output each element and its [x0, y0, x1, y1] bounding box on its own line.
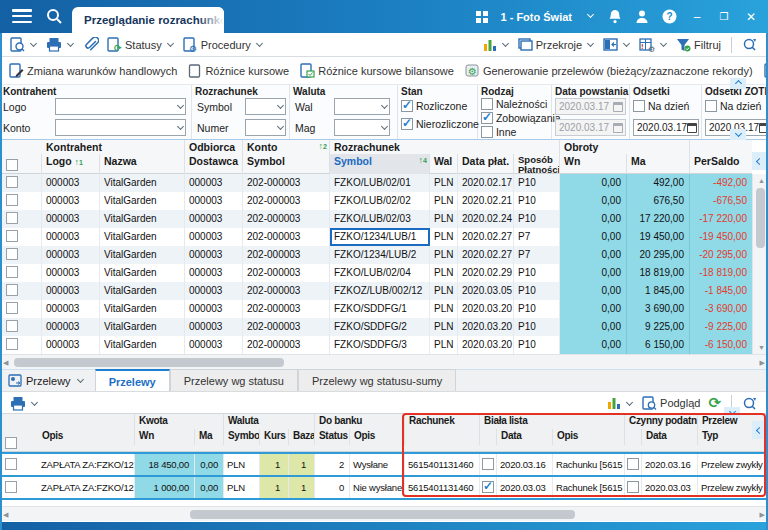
panel-chart-button[interactable] — [605, 394, 636, 412]
tab-przelewy-wg-statusu-sumy[interactable]: Przelewy wg statusu-sumy — [298, 369, 456, 391]
refresh-button[interactable]: ⟳ — [706, 392, 723, 414]
cell-konto[interactable]: 202-000003 — [243, 318, 330, 336]
col-kurs[interactable]: Kurs — [260, 429, 289, 445]
cell-odbiorca[interactable]: 000003 — [185, 174, 243, 192]
cell-ma[interactable]: 492,00 — [627, 174, 690, 192]
cell-logo[interactable]: 000003 — [42, 336, 100, 354]
cell-wal[interactable]: PLN — [430, 174, 458, 192]
cell-symbol[interactable]: FZKO/LUB/02/04 — [330, 264, 430, 282]
select-all-checkbox[interactable] — [6, 159, 18, 171]
cell-symbol[interactable]: FZKO/SDDFG/2 — [330, 318, 430, 336]
symbol-combobox[interactable] — [245, 98, 286, 115]
cell-logo[interactable]: 000003 — [42, 264, 100, 282]
settlement-row[interactable]: 000003VitalGarden000003202-000003FZKO/LU… — [0, 174, 752, 192]
cell-sposob[interactable]: P7 — [514, 246, 560, 264]
grid2-horizontal-scrollbar[interactable]: ◀ ▶ — [0, 506, 768, 521]
cell-persaldo[interactable]: -19 450,00 — [690, 228, 752, 246]
cell-symbol[interactable]: PLN — [224, 454, 260, 475]
inne-checkbox[interactable]: Inne — [481, 126, 516, 138]
rozliczone-checkbox[interactable]: ✓ Rozliczone — [401, 100, 467, 112]
cell-konto[interactable]: 202-000003 — [243, 264, 330, 282]
cell-sposob[interactable]: P10 — [514, 336, 560, 354]
cell-logo[interactable]: 000003 — [42, 318, 100, 336]
cell-wal[interactable]: PLN — [430, 282, 458, 300]
chart-button[interactable] — [481, 36, 512, 54]
przelew-row[interactable]: ZAPŁATA ZA:FZKO/1234/L18 450,000,00PLN11… — [0, 452, 768, 475]
biala-lista-checkbox[interactable] — [482, 458, 494, 470]
odsetki-zotp-na-dzien-checkbox[interactable]: Na dzień — [705, 100, 761, 112]
col-status[interactable]: Status — [315, 429, 350, 445]
cell-odbiorca[interactable]: 000003 — [185, 336, 243, 354]
cell-symbol[interactable]: FZKO/SDDFG/3 — [330, 336, 430, 354]
cell-cp_data[interactable]: 2020.03.16 — [642, 454, 698, 475]
cell-nazwa[interactable]: VitalGarden — [100, 192, 185, 210]
preview-button[interactable] — [8, 35, 40, 54]
cell-rachunek[interactable]: 5615401131460 — [405, 477, 480, 498]
podglad-button[interactable]: Podgląd — [640, 394, 702, 412]
group-kwota[interactable]: Kwota — [135, 414, 224, 429]
cell-bl_opis[interactable]: Rachunku [5615 — [553, 454, 625, 475]
search-refresh-button[interactable] — [740, 35, 760, 54]
cell-ma[interactable]: 676,50 — [627, 192, 690, 210]
cell-ma[interactable]: 6 150,00 — [627, 336, 690, 354]
cell-wn[interactable]: 0,00 — [560, 228, 627, 246]
zobowiazania-checkbox[interactable]: ✓ Zobowiązania — [481, 112, 561, 124]
cell-konto[interactable]: 202-000003 — [243, 246, 330, 264]
naleznosci-checkbox[interactable]: Należności — [481, 98, 547, 110]
row-checkbox[interactable] — [6, 266, 18, 278]
panel-print-button[interactable] — [8, 394, 41, 413]
cell-symbol[interactable]: FZKOZ/LUB/002/12 — [330, 282, 430, 300]
col-ma[interactable]: Ma — [195, 429, 224, 445]
cell-persaldo[interactable]: -17 220,00 — [690, 210, 752, 228]
user-icon[interactable] — [635, 9, 649, 24]
cell-opis[interactable]: ZAPŁATA ZA:FZKO/1234/L — [38, 477, 135, 498]
panel-collapse-icon[interactable] — [724, 407, 740, 418]
cell-konto[interactable]: 202-000003 — [243, 228, 330, 246]
cell-wn[interactable]: 0,00 — [560, 336, 627, 354]
group-konto[interactable]: Konto↑2 — [243, 140, 330, 154]
cell-status[interactable]: 2 — [315, 454, 350, 475]
cell-persaldo[interactable]: -6 150,00 — [690, 336, 752, 354]
settlement-row[interactable]: 000003VitalGarden000003202-000003FZKO/LU… — [0, 264, 752, 282]
cell-sposob[interactable]: P10 — [514, 282, 560, 300]
cell-ma[interactable]: 0,00 — [195, 477, 224, 498]
col-bl-data[interactable]: Data — [497, 429, 553, 445]
cell-odbiorca[interactable]: 000003 — [185, 300, 243, 318]
cell-data[interactable]: 2020.02.17 — [458, 174, 514, 192]
konto-combobox[interactable] — [55, 119, 186, 136]
cell-symbol[interactable]: FZKO/LUB/02/02 — [330, 192, 430, 210]
logo-combobox[interactable] — [55, 98, 186, 115]
cell-konto[interactable]: 202-000003 — [243, 210, 330, 228]
cell-persaldo[interactable]: -492,00 — [690, 174, 752, 192]
cell-nazwa[interactable]: VitalGarden — [100, 282, 185, 300]
biala-lista-checkbox[interactable]: ✓ — [482, 481, 494, 493]
cell-baza[interactable]: 1 — [289, 477, 315, 498]
cell-wal[interactable]: PLN — [430, 264, 458, 282]
panel-selector[interactable]: Przelewy — [0, 374, 95, 391]
grid-settings-button[interactable]: !⚙ — [637, 36, 670, 54]
row-checkbox[interactable] — [6, 230, 18, 242]
col-konto-symbol[interactable]: Symbol — [243, 154, 330, 174]
zmiana-warunkow-button[interactable]: Zmiana warunków handlowych — [7, 61, 179, 80]
grid1-horizontal-scrollbar[interactable]: ◀ ▶ — [0, 354, 768, 369]
cell-wn[interactable]: 18 450,00 — [135, 454, 195, 475]
select-all-checkbox[interactable] — [5, 437, 17, 449]
cell-bl_data[interactable]: 2020.03.16 — [497, 454, 553, 475]
group-rozrachunek[interactable]: Rozrachunek — [330, 140, 560, 154]
restore-button[interactable]: ❐ — [717, 11, 731, 22]
numer-combobox[interactable] — [245, 119, 286, 136]
cell-wn[interactable]: 0,00 — [560, 192, 627, 210]
cell-nazwa[interactable]: VitalGarden — [100, 174, 185, 192]
cell-bl_opis[interactable]: Rachunek [5615 — [553, 477, 625, 498]
cell-data[interactable]: 2020.02.27 — [458, 228, 514, 246]
cell-konto[interactable]: 202-000003 — [243, 282, 330, 300]
row-checkbox[interactable] — [6, 284, 18, 296]
cell-persaldo[interactable]: -3 690,00 — [690, 300, 752, 318]
cell-wn[interactable]: 0,00 — [560, 318, 627, 336]
cell-rachunek[interactable]: 5615401131460 — [405, 454, 480, 475]
col-persaldo[interactable]: PerSaldo — [690, 154, 752, 174]
cell-nazwa[interactable]: VitalGarden — [100, 228, 185, 246]
cell-konto[interactable]: 202-000003 — [243, 174, 330, 192]
cell-logo[interactable]: 000003 — [42, 228, 100, 246]
cell-data[interactable]: 2020.03.20 — [458, 336, 514, 354]
